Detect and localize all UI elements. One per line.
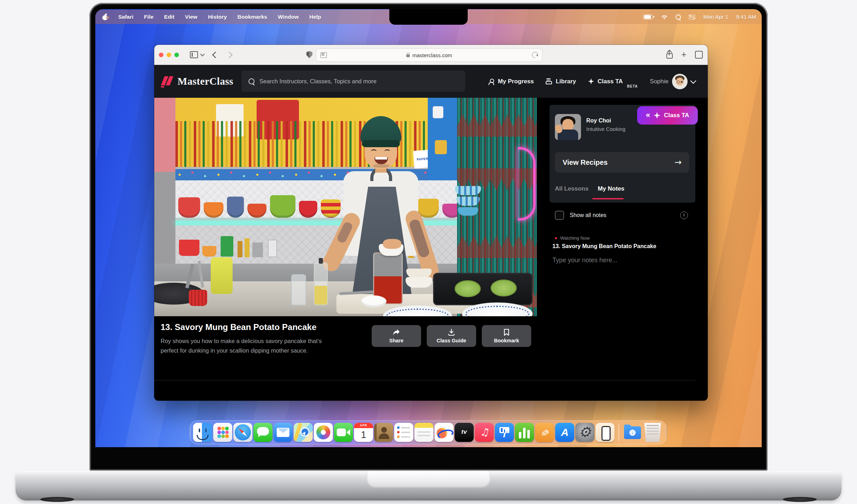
scene-bowl xyxy=(247,204,266,218)
share-arrow-icon xyxy=(392,329,400,336)
rubber-foot xyxy=(783,497,817,502)
dock-icon-freeform[interactable] xyxy=(435,423,454,442)
dock-icon-pages[interactable]: ✎ xyxy=(535,423,554,442)
dock-icon-contacts[interactable] xyxy=(374,423,393,442)
show-all-notes-label: Show all notes xyxy=(570,212,606,218)
status-time[interactable]: 9:41 AM xyxy=(736,14,756,20)
dock-icon-music[interactable]: ♫ xyxy=(475,423,494,442)
nav-class-ta[interactable]: Class TA BETA xyxy=(588,74,638,88)
dock-icon-safari[interactable] xyxy=(233,423,252,442)
menu-edit[interactable]: Edit xyxy=(164,14,174,20)
apple-menu-icon[interactable] xyxy=(102,14,108,20)
status-date[interactable]: Mon Apr 1 xyxy=(703,14,728,20)
dock-icon-photos[interactable] xyxy=(314,423,333,442)
bookmark-button[interactable]: Bookmark xyxy=(482,325,531,347)
menu-bookmarks[interactable]: Bookmarks xyxy=(238,14,267,20)
dock-icon-keynote[interactable] xyxy=(495,423,514,442)
display-notch xyxy=(389,9,468,25)
dock-icon-calendar[interactable]: APR 1 xyxy=(354,423,373,442)
minimize-window-button[interactable] xyxy=(167,53,171,57)
dock-icon-facetime[interactable] xyxy=(334,423,353,442)
menu-app-name[interactable]: Safari xyxy=(118,14,133,20)
dock-icon-reminders[interactable] xyxy=(394,423,413,442)
nav-library-label: Library xyxy=(556,78,576,85)
lesson-actions: Share Class Guide Bookmark xyxy=(372,325,531,347)
lock-icon xyxy=(406,54,410,57)
dock-icon-notes[interactable] xyxy=(414,423,433,442)
menu-help[interactable]: Help xyxy=(309,14,321,20)
watching-now-dot xyxy=(555,237,557,239)
sidebar-chevron-icon[interactable] xyxy=(200,52,205,56)
forward-button[interactable] xyxy=(226,52,232,58)
new-tab-icon[interactable]: + xyxy=(681,50,687,59)
zoom-window-button[interactable] xyxy=(174,53,179,57)
safari-toolbar: masterclass.com + xyxy=(154,45,708,65)
battery-icon[interactable] xyxy=(643,14,653,19)
toolbar-right: + xyxy=(666,45,703,65)
user-avatar xyxy=(672,74,688,89)
scene-utensil-crock xyxy=(211,257,233,294)
beta-badge: BETA xyxy=(627,84,638,88)
site-nav: My Progress Library Class TA BETA Sophie xyxy=(489,65,695,98)
instructor-avatar xyxy=(555,114,581,140)
class-guide-button[interactable]: Class Guide xyxy=(427,325,476,347)
nav-my-progress[interactable]: My Progress xyxy=(489,78,534,85)
lid-lift-notch xyxy=(367,471,490,488)
spotlight-icon[interactable] xyxy=(676,14,681,20)
bookmark-icon xyxy=(503,329,510,336)
dock-icon-mail[interactable] xyxy=(274,423,293,442)
share-page-icon[interactable] xyxy=(666,51,673,59)
privacy-shield-icon[interactable] xyxy=(306,51,312,58)
watching-now-row: Watching Now xyxy=(555,235,589,241)
reload-icon[interactable] xyxy=(532,52,538,58)
tab-all-lessons[interactable]: All Lessons xyxy=(555,185,588,192)
dock-icon-downloads[interactable]: ↓ xyxy=(623,423,642,442)
tab-overview-icon[interactable] xyxy=(695,51,703,59)
menu-history[interactable]: History xyxy=(208,14,227,20)
back-button[interactable] xyxy=(212,52,218,58)
masterclass-logo[interactable]: MasterClass xyxy=(161,76,233,88)
tab-my-notes[interactable]: My Notes xyxy=(598,185,624,192)
menu-window[interactable]: Window xyxy=(278,14,299,20)
dock-icon-launchpad[interactable] xyxy=(213,423,232,442)
macbook-display: Safari File Edit View History Bookmarks … xyxy=(95,9,762,447)
address-bar[interactable]: masterclass.com xyxy=(316,48,543,62)
view-recipes-button[interactable]: View Recipes → xyxy=(555,152,689,173)
scene-red-cup xyxy=(189,290,207,306)
menu-view[interactable]: View xyxy=(185,14,197,20)
dock-icon-system-settings[interactable]: ⚙ xyxy=(575,423,594,442)
control-center-icon[interactable] xyxy=(689,15,695,19)
dock-icon-maps[interactable] xyxy=(294,423,313,442)
safari-window: masterclass.com + MasterClass Search In xyxy=(154,45,708,401)
dock-icon-app-store[interactable]: A xyxy=(555,423,574,442)
site-search-input[interactable]: Search Instructors, Classes, Topics and … xyxy=(241,71,465,92)
show-all-notes-checkbox[interactable] xyxy=(555,211,564,220)
content-divider xyxy=(154,380,695,380)
dock-icon-trash[interactable] xyxy=(643,423,662,442)
info-icon[interactable]: i xyxy=(680,211,688,219)
sparkle-icon xyxy=(654,112,660,119)
masterclass-logo-text: MasterClass xyxy=(178,76,233,87)
video-player[interactable]: PAPER HAT xyxy=(154,98,537,316)
page-format-icon[interactable] xyxy=(320,52,327,58)
dock-icon-iphone-mirroring[interactable] xyxy=(595,423,615,442)
class-ta-collapse-button[interactable]: « Class TA xyxy=(637,106,698,125)
dock-icon-messages[interactable] xyxy=(253,423,272,442)
notes-input[interactable]: Type your notes here... xyxy=(552,257,617,264)
sidebar-toggle-icon[interactable] xyxy=(190,51,198,58)
dock: APR 1 tv ♫ ✎ A ⚙ ↓ xyxy=(190,420,666,444)
close-window-button[interactable] xyxy=(159,53,163,57)
instructor-class-name: Intuitive Cooking xyxy=(586,126,625,132)
dock-icon-apple-tv[interactable]: tv xyxy=(455,423,474,442)
user-menu[interactable]: Sophie xyxy=(650,74,695,89)
watching-now-label: Watching Now xyxy=(560,235,589,241)
scene-bowl xyxy=(178,197,200,218)
menu-file[interactable]: File xyxy=(144,14,154,20)
scene-neon-light xyxy=(518,147,535,221)
share-button[interactable]: Share xyxy=(372,325,421,347)
dock-icon-numbers[interactable] xyxy=(515,423,534,442)
screenshot-stage: Safari File Edit View History Bookmarks … xyxy=(0,0,857,504)
nav-library[interactable]: Library xyxy=(546,78,576,85)
dock-icon-finder[interactable] xyxy=(193,423,212,442)
wifi-icon[interactable] xyxy=(661,14,668,20)
